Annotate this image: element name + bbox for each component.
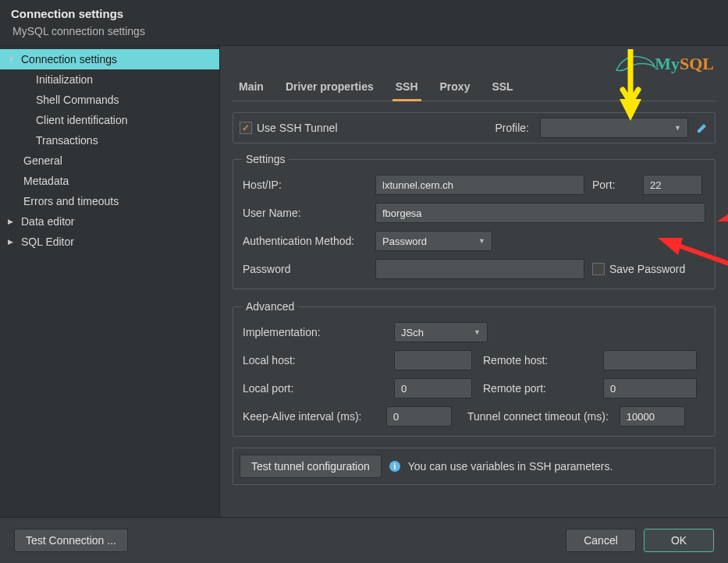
sidebar-item-label: General — [23, 154, 62, 167]
chevron-right-icon: ▶ — [8, 238, 16, 246]
sidebar-item-label: Transactions — [36, 134, 98, 147]
sidebar-item-general[interactable]: General — [0, 150, 219, 171]
sidebar-item-data-editor[interactable]: ▶Data editor — [0, 211, 219, 232]
timeout-input[interactable] — [620, 406, 685, 427]
mysql-logo: MySQL — [655, 54, 714, 74]
ok-button[interactable]: OK — [644, 529, 714, 552]
port-input[interactable] — [643, 175, 702, 195]
use-ssh-tunnel-checkbox[interactable]: ✓ Use SSH Tunnel — [240, 122, 338, 134]
tab-ssl[interactable]: SSL — [488, 74, 516, 101]
test-tunnel-hint: You can use variables in SSH parameters. — [408, 460, 613, 473]
chevron-down-icon: ▼ — [8, 55, 16, 64]
keepalive-input[interactable] — [386, 406, 452, 427]
sidebar-item-shell-commands[interactable]: Shell Commands — [0, 90, 219, 110]
test-tunnel-button[interactable]: Test tunnel configuration — [240, 455, 382, 478]
keepalive-label: Keep-Alive interval (ms): — [243, 410, 375, 423]
tab-ssh[interactable]: SSH — [392, 74, 421, 101]
sidebar-item-connection-settings[interactable]: ▼Connection settings — [0, 49, 219, 69]
username-input[interactable] — [375, 203, 705, 223]
tab-driver-properties[interactable]: Driver properties — [282, 74, 377, 101]
dialog-header: Connection settings MySQL connection set… — [0, 0, 728, 46]
username-label: User Name: — [243, 207, 364, 219]
ssh-top-row: ✓ Use SSH Tunnel Profile: ▼ — [233, 112, 716, 143]
host-label: Host/IP: — [243, 179, 364, 191]
sidebar-item-label: Shell Commands — [36, 94, 119, 106]
sidebar-item-sql-editor[interactable]: ▶SQL Editor — [0, 232, 219, 252]
sidebar-item-label: Metadata — [23, 175, 69, 187]
annotation-arrow-red-host — [716, 194, 728, 229]
local-port-label: Local port: — [243, 382, 380, 395]
chevron-down-icon: ▼ — [674, 124, 681, 132]
profile-dropdown[interactable]: ▼ — [540, 118, 688, 138]
sidebar-item-label: SQL Editor — [21, 235, 74, 248]
sidebar-item-transactions[interactable]: Transactions — [0, 130, 219, 150]
local-host-label: Local host: — [243, 354, 380, 366]
test-tunnel-row: Test tunnel configuration i You can use … — [233, 448, 716, 485]
profile-label: Profile: — [495, 122, 529, 134]
tab-main[interactable]: Main — [236, 74, 267, 101]
cancel-button[interactable]: Cancel — [566, 529, 636, 552]
chevron-down-icon: ▼ — [474, 328, 481, 336]
dolphin-icon — [613, 51, 659, 74]
sidebar-item-metadata[interactable]: Metadata — [0, 171, 219, 191]
tab-proxy[interactable]: Proxy — [437, 74, 474, 101]
dialog-subtitle: MySQL connection settings — [11, 25, 717, 37]
auth-method-value: Password — [382, 235, 427, 247]
sidebar-item-label: Client identification — [36, 114, 128, 126]
chevron-right-icon: ▶ — [8, 218, 16, 226]
dialog-footer: Test Connection ... Cancel OK — [0, 517, 728, 563]
timeout-label: Tunnel connect timeout (ms): — [467, 410, 609, 423]
settings-group: Settings Host/IP: Port: User Name: Authe… — [233, 153, 716, 289]
settings-legend: Settings — [243, 153, 289, 165]
advanced-legend: Advanced — [243, 300, 297, 313]
sidebar: ▼Connection settingsInitializationShell … — [0, 46, 220, 517]
impl-label: Implementation: — [243, 326, 380, 338]
pencil-icon[interactable] — [696, 122, 708, 134]
auth-method-dropdown[interactable]: Password ▼ — [375, 231, 492, 251]
tabs: MainDriver propertiesSSHProxySSL — [233, 74, 716, 101]
sidebar-item-label: Data editor — [21, 215, 74, 228]
test-connection-button[interactable]: Test Connection ... — [14, 529, 128, 552]
remote-port-label: Remote port: — [483, 382, 589, 395]
remote-host-label: Remote host: — [483, 354, 589, 366]
impl-dropdown[interactable]: JSch ▼ — [394, 322, 488, 342]
password-label: Password — [243, 263, 364, 275]
sidebar-item-initialization[interactable]: Initialization — [0, 69, 219, 90]
save-password-label: Save Password — [609, 263, 685, 275]
sidebar-item-label: Connection settings — [21, 53, 117, 66]
sidebar-item-label: Initialization — [36, 73, 93, 86]
content-pane: MySQL MainDriver propertiesSSHProxySSL ✓ — [220, 46, 728, 517]
local-host-input[interactable] — [394, 350, 472, 370]
chevron-down-icon: ▼ — [478, 237, 485, 245]
sidebar-item-label: Errors and timeouts — [23, 195, 119, 207]
save-password-checkbox[interactable]: ✓ — [592, 263, 605, 275]
password-input[interactable] — [375, 259, 584, 279]
use-ssh-tunnel-label: Use SSH Tunnel — [257, 122, 338, 134]
remote-port-input[interactable] — [603, 378, 697, 398]
logo-sql: SQL — [680, 54, 714, 74]
impl-value: JSch — [401, 327, 424, 338]
sidebar-item-client-identification[interactable]: Client identification — [0, 110, 219, 130]
port-label: Port: — [592, 179, 632, 191]
svg-marker-1 — [717, 208, 728, 221]
remote-host-input[interactable] — [603, 350, 697, 370]
checkbox-icon: ✓ — [240, 122, 252, 134]
advanced-group: Advanced Implementation: JSch ▼ Local ho… — [233, 300, 716, 437]
local-port-input[interactable] — [394, 378, 472, 398]
host-input[interactable] — [375, 175, 584, 195]
auth-method-label: Authentication Method: — [243, 235, 364, 247]
dialog-title: Connection settings — [11, 7, 717, 20]
info-icon: i — [389, 461, 400, 472]
sidebar-item-errors-and-timeouts[interactable]: Errors and timeouts — [0, 191, 219, 211]
